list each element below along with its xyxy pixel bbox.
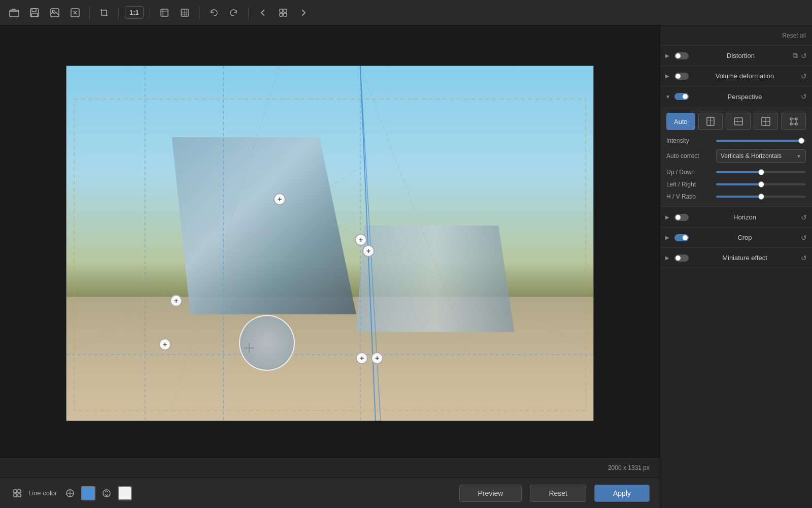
intensity-slider[interactable]: [716, 140, 806, 142]
miniature-arrow: ▶: [665, 255, 671, 261]
export-button[interactable]: [67, 5, 83, 21]
perspective-title: Perspective: [692, 93, 798, 101]
intensity-row: Intensity: [666, 137, 806, 144]
photo-wrapper: [66, 66, 594, 421]
ctrl-point-center-right[interactable]: [355, 234, 367, 246]
ctrl-point-bottom-center2[interactable]: [371, 352, 383, 364]
perspective-toggle[interactable]: [674, 93, 689, 100]
miniature-reset-icon[interactable]: ↺: [801, 254, 807, 262]
bottom-bar: Line color: [0, 478, 660, 508]
leftright-slider[interactable]: [716, 183, 806, 185]
canvas-area: 2000 x 1331 px Line color: [0, 25, 660, 508]
toolbar: 1:1: [0, 0, 812, 25]
full-mode-button[interactable]: [754, 113, 779, 130]
building-secondary: [356, 226, 514, 332]
ctrl-point-center-right2[interactable]: [362, 245, 375, 257]
save-button[interactable]: [26, 5, 43, 21]
ctrl-point-left[interactable]: [170, 295, 182, 307]
svg-rect-27: [14, 490, 17, 493]
open-folder-button[interactable]: [6, 5, 22, 21]
photo-canvas[interactable]: [66, 66, 594, 421]
volume-deformation-toggle[interactable]: [674, 73, 689, 80]
miniature-title: Miniature effect: [692, 254, 798, 262]
autocorrect-chevron: ▼: [796, 153, 801, 159]
distortion-section-row[interactable]: ▶ Distortion ⧉ ↺: [660, 46, 812, 66]
crop-arrow: ▶: [665, 235, 671, 240]
reset-button[interactable]: Reset: [530, 485, 586, 502]
svg-rect-0: [10, 10, 19, 17]
horizon-toggle[interactable]: [674, 214, 689, 221]
svg-rect-30: [18, 494, 21, 497]
leftright-row: Left / Right: [666, 181, 806, 188]
svg-rect-11: [280, 13, 283, 16]
horizon-reset-icon[interactable]: ↺: [801, 213, 807, 221]
volume-deformation-section-row[interactable]: ▶ Volume deformation ↺: [660, 66, 812, 86]
grid-button[interactable]: [177, 5, 193, 21]
redo-button[interactable]: [226, 5, 242, 21]
ctrl-point-bottom-center[interactable]: [356, 352, 368, 364]
volume-reset-icon[interactable]: ↺: [801, 72, 807, 80]
bottom-icons-group: Line color: [10, 486, 132, 500]
svg-point-45: [795, 118, 797, 120]
right-panel: Reset all ▶ Distortion ⧉ ↺ ▶ Volume defo…: [660, 25, 812, 508]
color-swatch-blue[interactable]: [81, 486, 95, 500]
toolbar-separator-3: [150, 7, 150, 19]
updown-slider[interactable]: [716, 171, 806, 173]
hvratio-slider[interactable]: [716, 196, 806, 198]
back-button[interactable]: [255, 5, 271, 21]
distortion-title: Distortion: [692, 52, 790, 59]
crop-reset-icon[interactable]: ↺: [801, 234, 807, 242]
image-button[interactable]: [47, 5, 63, 21]
undo-button[interactable]: [206, 5, 222, 21]
toolbar-separator-1: [89, 7, 90, 19]
color-swatch-white[interactable]: [118, 486, 132, 500]
crop-section-row[interactable]: ▶ Crop ↺: [660, 228, 812, 248]
line-color-label: Line color: [28, 489, 57, 497]
svg-point-46: [790, 123, 792, 125]
perspective-section-row[interactable]: ▼ Perspective ↺: [660, 86, 812, 107]
horizon-title: Horizon: [692, 213, 798, 221]
miniature-toggle[interactable]: [674, 255, 689, 262]
svg-rect-8: [181, 9, 188, 16]
svg-rect-29: [14, 494, 17, 497]
forward-button[interactable]: [295, 5, 312, 21]
transform-button[interactable]: [156, 5, 173, 21]
hvratio-label: H / V Ratio: [666, 193, 712, 200]
distortion-toggle[interactable]: [674, 52, 689, 59]
svg-point-44: [790, 118, 792, 120]
perspective-reset-icon[interactable]: ↺: [801, 92, 807, 101]
ctrl-point-bottom-left[interactable]: [159, 338, 171, 351]
grid-icon-button[interactable]: [10, 486, 24, 500]
autocorrect-dropdown[interactable]: Verticals & Horizontals ▼: [716, 149, 806, 163]
mosaic-button[interactable]: [275, 5, 291, 21]
preview-button[interactable]: Preview: [459, 485, 522, 502]
apply-button[interactable]: Apply: [594, 485, 650, 502]
image-dimensions: 2000 x 1331 px: [608, 464, 650, 471]
updown-label: Up / Down: [666, 169, 712, 176]
intensity-label: Intensity: [666, 137, 712, 144]
horizon-arrow: ▶: [665, 214, 671, 220]
reset-all-button[interactable]: Reset all: [782, 32, 806, 39]
distortion-copy-icon[interactable]: ⧉: [793, 51, 798, 60]
distortion-reset-icon[interactable]: ↺: [801, 52, 807, 60]
svg-rect-3: [31, 13, 38, 16]
crop-tool-button[interactable]: [96, 5, 112, 21]
custom-mode-button[interactable]: [781, 113, 806, 130]
main-area: 2000 x 1331 px Line color: [0, 25, 812, 508]
horizon-section-row[interactable]: ▶ Horizon ↺: [660, 207, 812, 228]
zoom-label[interactable]: 1:1: [125, 6, 144, 19]
canvas-statusbar: 2000 x 1331 px: [0, 457, 660, 478]
photo-container[interactable]: [0, 25, 660, 457]
horizontal-mode-button[interactable]: [726, 113, 751, 130]
volume-deformation-arrow: ▶: [665, 73, 671, 79]
svg-rect-9: [280, 9, 283, 12]
auto-mode-button[interactable]: Auto: [666, 113, 695, 130]
ctrl-point-top[interactable]: [274, 193, 286, 205]
perspective-content: Auto: [660, 107, 812, 207]
swap-icon-button[interactable]: [99, 486, 114, 500]
crop-toggle[interactable]: [674, 234, 689, 241]
connect-icon-button[interactable]: [63, 486, 77, 500]
miniature-section-row[interactable]: ▶ Miniature effect ↺: [660, 248, 812, 268]
vertical-mode-button[interactable]: [698, 113, 723, 130]
autocorrect-value: Verticals & Horizontals: [721, 152, 782, 160]
